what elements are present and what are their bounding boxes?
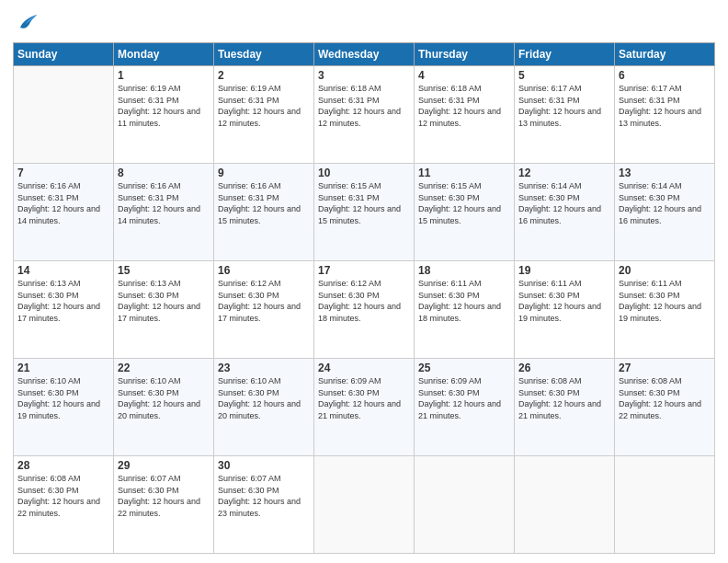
column-header-wednesday: Wednesday (314, 43, 415, 66)
cell-info: Sunrise: 6:07 AMSunset: 6:30 PMDaylight:… (118, 473, 210, 519)
cell-info: Sunrise: 6:10 AMSunset: 6:30 PMDaylight:… (218, 375, 310, 421)
day-number: 7 (17, 167, 109, 179)
logo (13, 9, 42, 35)
calendar-cell: 6Sunrise: 6:17 AMSunset: 6:31 PMDaylight… (615, 66, 715, 164)
cell-info: Sunrise: 6:09 AMSunset: 6:30 PMDaylight:… (418, 375, 510, 421)
calendar-cell: 17Sunrise: 6:12 AMSunset: 6:30 PMDayligh… (314, 261, 415, 359)
calendar-cell: 26Sunrise: 6:08 AMSunset: 6:30 PMDayligh… (515, 359, 615, 456)
cell-info: Sunrise: 6:09 AMSunset: 6:30 PMDaylight:… (318, 375, 410, 421)
cell-info: Sunrise: 6:14 AMSunset: 6:30 PMDaylight:… (518, 180, 610, 226)
cell-info: Sunrise: 6:18 AMSunset: 6:31 PMDaylight:… (318, 83, 410, 129)
cell-info: Sunrise: 6:17 AMSunset: 6:31 PMDaylight:… (619, 83, 711, 129)
day-number: 9 (218, 167, 310, 179)
calendar-cell: 20Sunrise: 6:11 AMSunset: 6:30 PMDayligh… (615, 261, 715, 359)
day-number: 22 (118, 362, 210, 374)
day-number: 4 (418, 69, 510, 82)
calendar-cell: 12Sunrise: 6:14 AMSunset: 6:30 PMDayligh… (515, 164, 615, 261)
day-number: 12 (518, 167, 610, 179)
cell-info: Sunrise: 6:15 AMSunset: 6:30 PMDaylight:… (418, 180, 510, 226)
cell-info: Sunrise: 6:16 AMSunset: 6:31 PMDaylight:… (118, 180, 210, 226)
calendar-cell: 11Sunrise: 6:15 AMSunset: 6:30 PMDayligh… (415, 164, 515, 261)
calendar-week-row: 1Sunrise: 6:19 AMSunset: 6:31 PMDaylight… (14, 66, 715, 164)
cell-info: Sunrise: 6:17 AMSunset: 6:31 PMDaylight:… (518, 83, 610, 129)
cell-info: Sunrise: 6:19 AMSunset: 6:31 PMDaylight:… (218, 83, 310, 129)
cell-info: Sunrise: 6:14 AMSunset: 6:30 PMDaylight:… (619, 180, 711, 226)
calendar-cell: 10Sunrise: 6:15 AMSunset: 6:31 PMDayligh… (314, 164, 415, 261)
day-number: 5 (518, 69, 610, 82)
day-number: 27 (619, 362, 711, 374)
calendar-cell: 14Sunrise: 6:13 AMSunset: 6:30 PMDayligh… (14, 261, 114, 359)
day-number: 18 (418, 264, 510, 277)
day-number: 21 (17, 362, 109, 374)
calendar-cell: 28Sunrise: 6:08 AMSunset: 6:30 PMDayligh… (14, 456, 114, 554)
calendar-cell (515, 456, 615, 554)
cell-info: Sunrise: 6:08 AMSunset: 6:30 PMDaylight:… (518, 375, 610, 421)
day-number: 1 (118, 69, 210, 82)
day-number: 25 (418, 362, 510, 374)
header (13, 9, 715, 35)
cell-info: Sunrise: 6:08 AMSunset: 6:30 PMDaylight:… (619, 375, 711, 421)
cell-info: Sunrise: 6:12 AMSunset: 6:30 PMDaylight:… (218, 278, 310, 324)
cell-info: Sunrise: 6:10 AMSunset: 6:30 PMDaylight:… (118, 375, 210, 421)
cell-info: Sunrise: 6:15 AMSunset: 6:31 PMDaylight:… (318, 180, 410, 226)
day-number: 19 (518, 264, 610, 277)
day-number: 30 (218, 459, 310, 472)
calendar-week-row: 21Sunrise: 6:10 AMSunset: 6:30 PMDayligh… (14, 359, 715, 456)
day-number: 2 (218, 69, 310, 82)
calendar-week-row: 14Sunrise: 6:13 AMSunset: 6:30 PMDayligh… (14, 261, 715, 359)
calendar-cell: 30Sunrise: 6:07 AMSunset: 6:30 PMDayligh… (214, 456, 314, 554)
cell-info: Sunrise: 6:16 AMSunset: 6:31 PMDaylight:… (17, 180, 109, 226)
logo-icon (13, 9, 39, 35)
calendar-table: SundayMondayTuesdayWednesdayThursdayFrid… (13, 42, 715, 554)
calendar-header-row: SundayMondayTuesdayWednesdayThursdayFrid… (14, 43, 715, 66)
cell-info: Sunrise: 6:08 AMSunset: 6:30 PMDaylight:… (17, 473, 109, 519)
calendar-cell: 1Sunrise: 6:19 AMSunset: 6:31 PMDaylight… (114, 66, 214, 164)
day-number: 3 (318, 69, 410, 82)
calendar-week-row: 7Sunrise: 6:16 AMSunset: 6:31 PMDaylight… (14, 164, 715, 261)
column-header-saturday: Saturday (615, 43, 715, 66)
calendar-cell: 13Sunrise: 6:14 AMSunset: 6:30 PMDayligh… (615, 164, 715, 261)
calendar-cell (314, 456, 415, 554)
day-number: 17 (318, 264, 410, 277)
calendar-cell: 19Sunrise: 6:11 AMSunset: 6:30 PMDayligh… (515, 261, 615, 359)
column-header-tuesday: Tuesday (214, 43, 314, 66)
calendar-cell: 4Sunrise: 6:18 AMSunset: 6:31 PMDaylight… (415, 66, 515, 164)
day-number: 16 (218, 264, 310, 277)
day-number: 6 (619, 69, 711, 82)
cell-info: Sunrise: 6:13 AMSunset: 6:30 PMDaylight:… (17, 278, 109, 324)
day-number: 23 (218, 362, 310, 374)
calendar-cell (14, 66, 114, 164)
calendar-cell: 23Sunrise: 6:10 AMSunset: 6:30 PMDayligh… (214, 359, 314, 456)
calendar-week-row: 28Sunrise: 6:08 AMSunset: 6:30 PMDayligh… (14, 456, 715, 554)
calendar-cell: 29Sunrise: 6:07 AMSunset: 6:30 PMDayligh… (114, 456, 214, 554)
calendar-cell: 27Sunrise: 6:08 AMSunset: 6:30 PMDayligh… (615, 359, 715, 456)
cell-info: Sunrise: 6:07 AMSunset: 6:30 PMDaylight:… (218, 473, 310, 519)
day-number: 8 (118, 167, 210, 179)
day-number: 11 (418, 167, 510, 179)
calendar-cell: 5Sunrise: 6:17 AMSunset: 6:31 PMDaylight… (515, 66, 615, 164)
day-number: 26 (518, 362, 610, 374)
calendar-cell (615, 456, 715, 554)
column-header-thursday: Thursday (415, 43, 515, 66)
column-header-monday: Monday (114, 43, 214, 66)
cell-info: Sunrise: 6:18 AMSunset: 6:31 PMDaylight:… (418, 83, 510, 129)
calendar-cell: 9Sunrise: 6:16 AMSunset: 6:31 PMDaylight… (214, 164, 314, 261)
column-header-friday: Friday (515, 43, 615, 66)
calendar-cell: 2Sunrise: 6:19 AMSunset: 6:31 PMDaylight… (214, 66, 314, 164)
calendar-cell: 7Sunrise: 6:16 AMSunset: 6:31 PMDaylight… (14, 164, 114, 261)
day-number: 24 (318, 362, 410, 374)
calendar-cell: 24Sunrise: 6:09 AMSunset: 6:30 PMDayligh… (314, 359, 415, 456)
calendar-cell: 25Sunrise: 6:09 AMSunset: 6:30 PMDayligh… (415, 359, 515, 456)
calendar-cell: 15Sunrise: 6:13 AMSunset: 6:30 PMDayligh… (114, 261, 214, 359)
cell-info: Sunrise: 6:11 AMSunset: 6:30 PMDaylight:… (418, 278, 510, 324)
cell-info: Sunrise: 6:11 AMSunset: 6:30 PMDaylight:… (619, 278, 711, 324)
cell-info: Sunrise: 6:19 AMSunset: 6:31 PMDaylight:… (118, 83, 210, 129)
calendar-cell (415, 456, 515, 554)
calendar-cell: 3Sunrise: 6:18 AMSunset: 6:31 PMDaylight… (314, 66, 415, 164)
cell-info: Sunrise: 6:10 AMSunset: 6:30 PMDaylight:… (17, 375, 109, 421)
calendar-cell: 16Sunrise: 6:12 AMSunset: 6:30 PMDayligh… (214, 261, 314, 359)
day-number: 10 (318, 167, 410, 179)
day-number: 28 (17, 459, 109, 472)
calendar-cell: 21Sunrise: 6:10 AMSunset: 6:30 PMDayligh… (14, 359, 114, 456)
column-header-sunday: Sunday (14, 43, 114, 66)
